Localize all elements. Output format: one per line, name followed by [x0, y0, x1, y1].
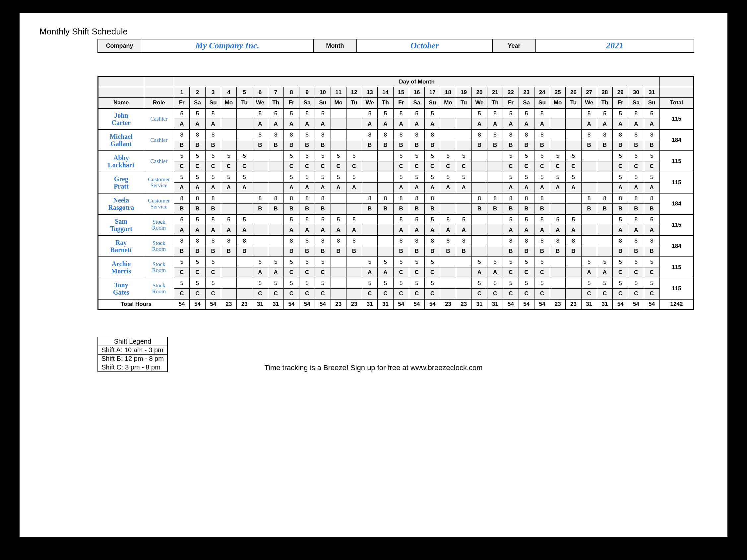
- hours-cell: 5: [613, 108, 628, 119]
- shift-cell: A: [409, 183, 424, 193]
- hours-cell: [597, 151, 612, 161]
- shift-cell: A: [174, 119, 190, 130]
- hours-cell: 5: [205, 214, 221, 225]
- employee-name: JohnCarter: [98, 108, 144, 130]
- shift-cell: B: [503, 140, 519, 151]
- hours-cell: 5: [174, 257, 190, 267]
- hours-cell: 5: [393, 257, 409, 267]
- shift-cell: A: [221, 183, 236, 193]
- weekday-header: Sa: [190, 98, 205, 108]
- shift-cell: A: [205, 225, 221, 236]
- day-number: 29: [613, 87, 628, 98]
- hours-cell: 5: [315, 172, 331, 183]
- shift-cell: B: [205, 204, 221, 214]
- hours-cell: [221, 108, 236, 119]
- employee-role: Cashier: [144, 130, 174, 151]
- day-total: 23: [456, 299, 471, 310]
- shift-cell: A: [613, 183, 628, 193]
- shift-cell: B: [315, 246, 331, 257]
- hours-cell: 5: [205, 151, 221, 161]
- hours-cell: 5: [613, 214, 628, 225]
- shift-cell: [566, 289, 581, 299]
- hours-cell: 5: [393, 172, 409, 183]
- hours-cell: 5: [378, 257, 393, 267]
- shift-cell: B: [519, 246, 534, 257]
- day-total: 31: [252, 299, 268, 310]
- shift-cell: B: [174, 246, 190, 257]
- shift-cell: B: [487, 204, 503, 214]
- hours-cell: [456, 278, 471, 289]
- shift-cell: A: [628, 119, 644, 130]
- day-total: 31: [487, 299, 503, 310]
- shift-cell: A: [393, 225, 409, 236]
- hours-cell: [221, 278, 236, 289]
- shift-cell: [237, 204, 252, 214]
- hours-cell: 5: [362, 257, 378, 267]
- employee-role: Cashier: [144, 108, 174, 130]
- company-value: My Company Inc.: [141, 39, 314, 52]
- hours-cell: 5: [174, 214, 190, 225]
- shift-cell: A: [550, 183, 566, 193]
- shift-cell: [252, 183, 268, 193]
- hours-cell: [378, 214, 393, 225]
- shift-cell: A: [346, 225, 362, 236]
- shift-cell: A: [190, 183, 205, 193]
- hours-cell: 5: [644, 151, 660, 161]
- hours-cell: 8: [503, 193, 519, 204]
- role-header: Role: [144, 98, 174, 108]
- hours-cell: 5: [393, 151, 409, 161]
- hours-cell: 5: [409, 172, 424, 183]
- hours-cell: [471, 172, 487, 183]
- hours-cell: 5: [487, 257, 503, 267]
- day-total: 54: [300, 299, 315, 310]
- weekday-header: Fr: [393, 98, 409, 108]
- hours-cell: 8: [519, 130, 534, 140]
- hours-cell: 5: [597, 257, 612, 267]
- hours-cell: 5: [190, 278, 205, 289]
- hours-cell: 5: [534, 151, 550, 161]
- day-total: 23: [550, 299, 566, 310]
- legend-row: Shift C: 3 pm - 8 pm: [98, 363, 167, 371]
- hours-cell: 5: [519, 278, 534, 289]
- shift-cell: A: [425, 225, 440, 236]
- shift-cell: C: [315, 267, 331, 278]
- shift-cell: [362, 183, 378, 193]
- shift-cell: C: [519, 267, 534, 278]
- shift-cell: [440, 140, 456, 151]
- day-total: 54: [283, 299, 299, 310]
- hours-cell: 5: [534, 278, 550, 289]
- hours-cell: 5: [205, 257, 221, 267]
- shift-cell: C: [174, 161, 190, 172]
- day-total: 23: [346, 299, 362, 310]
- shift-cell: [362, 246, 378, 257]
- shift-cell: B: [268, 140, 283, 151]
- day-number: 10: [315, 87, 331, 98]
- hours-cell: 8: [471, 130, 487, 140]
- shift-cell: A: [300, 119, 315, 130]
- shift-cell: [566, 204, 581, 214]
- hours-cell: 8: [471, 193, 487, 204]
- hours-cell: [550, 257, 566, 267]
- hours-cell: 5: [471, 108, 487, 119]
- hours-cell: 5: [393, 214, 409, 225]
- hours-cell: [487, 172, 503, 183]
- weekday-header: Th: [378, 98, 393, 108]
- shift-cell: C: [252, 289, 268, 299]
- employee-total: 115: [660, 257, 694, 278]
- hours-cell: [597, 214, 612, 225]
- shift-cell: C: [425, 267, 440, 278]
- shift-cell: A: [346, 183, 362, 193]
- hours-cell: 8: [425, 193, 440, 204]
- shift-cell: B: [613, 140, 628, 151]
- shift-cell: B: [503, 204, 519, 214]
- shift-cell: A: [503, 183, 519, 193]
- employee-name: SamTaggart: [98, 214, 144, 236]
- weekday-header: Su: [644, 98, 660, 108]
- hours-cell: [581, 172, 597, 183]
- hours-cell: 5: [315, 151, 331, 161]
- day-of-month-header: Day of Month: [174, 77, 660, 87]
- shift-cell: A: [362, 119, 378, 130]
- hours-cell: 5: [425, 151, 440, 161]
- hours-cell: 5: [613, 278, 628, 289]
- day-number: 15: [393, 87, 409, 98]
